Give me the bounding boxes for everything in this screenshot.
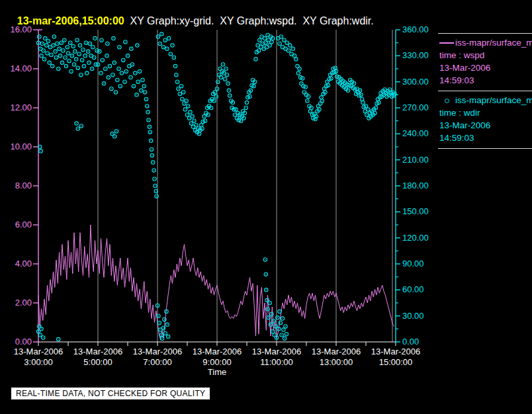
wdir-scatter-point-center — [89, 62, 89, 63]
wdir-scatter-point-center — [291, 54, 292, 54]
wdir-scatter-point-center — [383, 95, 384, 95]
wdir-scatter-point-center — [162, 338, 163, 339]
wdir-scatter-point-center — [121, 73, 122, 73]
wdir-scatter-point-center — [244, 112, 245, 113]
wdir-scatter-point-center — [266, 47, 267, 48]
wdir-scatter-point-center — [357, 92, 358, 93]
wdir-scatter-point-center — [365, 111, 365, 112]
wdir-scatter-point-center — [77, 40, 77, 40]
legend-date: 13-Mar-2006 — [439, 119, 532, 132]
wdir-scatter-point-center — [361, 99, 362, 99]
wdir-scatter-point-center — [210, 107, 211, 108]
wdir-scatter-point-center — [73, 46, 73, 46]
wdir-scatter-point-center — [164, 319, 165, 319]
wdir-scatter-point-center — [175, 65, 175, 66]
wdir-scatter-point-center — [61, 42, 62, 43]
wdir-scatter-point-center — [39, 36, 40, 37]
legend-time: 14:59:03 — [439, 132, 532, 144]
x-tick-time-label: 9:00:00 — [187, 358, 247, 367]
legend-time: 14:59:03 — [439, 74, 532, 87]
wdir-scatter-point-center — [214, 101, 214, 101]
y-left-tick-label: 16.00 — [0, 25, 32, 34]
wdir-scatter-point-center — [193, 126, 193, 127]
wdir-scatter-point-center — [147, 106, 148, 106]
wdir-scatter-point-center — [224, 79, 225, 79]
wdir-scatter-point-center — [114, 62, 114, 63]
wdir-scatter-point-center — [281, 36, 281, 37]
wdir-scatter-point-center — [240, 120, 241, 121]
wdir-scatter-point-center — [268, 40, 269, 40]
wdir-scatter-point-center — [357, 89, 357, 89]
wdir-scatter-point-center — [282, 47, 283, 48]
wdir-scatter-point-center — [64, 40, 65, 40]
wdir-scatter-point-center — [75, 51, 75, 52]
wdir-scatter-point-center — [335, 67, 335, 68]
wdir-scatter-point-center — [81, 126, 81, 126]
wdir-scatter-point-center — [208, 106, 209, 106]
wdir-scatter-point-center — [59, 48, 60, 49]
y-right-tick-label: 180.00 — [402, 181, 429, 190]
x-tick-date-label: 13-Mar-2006 — [9, 347, 68, 356]
wdir-scatter-point-center — [165, 333, 165, 333]
wdir-scatter-point-center — [161, 335, 161, 335]
wdir-scatter-point-center — [351, 81, 352, 82]
wdir-scatter-point-center — [274, 335, 275, 335]
wdir-scatter-point-center — [87, 73, 87, 73]
wdir-scatter-point-center — [179, 93, 180, 94]
wdir-scatter-point-center — [309, 106, 310, 106]
wdir-scatter-point-center — [284, 338, 285, 339]
wdir-scatter-point-center — [365, 106, 366, 106]
wdir-scatter-point-center — [48, 40, 48, 41]
wdir-scatter-point-center — [118, 68, 119, 69]
wdir-scatter-point-center — [216, 89, 217, 89]
wdir-scatter-point-center — [142, 79, 143, 80]
wdir-scatter-point-center — [148, 120, 149, 120]
wdir-scatter-point-center — [319, 109, 320, 110]
wdir-scatter-point-center — [163, 327, 163, 328]
wdir-scatter-point-center — [192, 116, 193, 116]
wdir-scatter-point-center — [278, 38, 279, 38]
legend-source-name: iss-mapr/surface_m — [455, 94, 532, 106]
x-tick-time-label: 15:00:00 — [366, 358, 425, 367]
wdir-scatter-point-center — [91, 56, 91, 56]
wdir-scatter-point-center — [137, 45, 138, 46]
wdir-scatter-point-center — [345, 89, 346, 89]
wdir-scatter-point-center — [60, 56, 60, 56]
wdir-scatter-point-center — [93, 47, 93, 48]
wdir-scatter-point-center — [139, 71, 140, 71]
wdir-scatter-point-center — [259, 40, 260, 40]
wdir-scatter-point-center — [325, 92, 326, 93]
x-tick-date-label: 13-Mar-2006 — [68, 347, 128, 356]
wdir-scatter-point-center — [135, 73, 136, 73]
wdir-scatter-point-center — [71, 71, 71, 71]
wdir-scatter-point-center — [67, 53, 68, 54]
wdir-scatter-point-center — [170, 54, 171, 54]
wdir-scatter-point-center — [268, 317, 269, 318]
wdir-scatter-point-center — [152, 155, 152, 155]
wdir-scatter-point-center — [301, 83, 302, 84]
wdir-scatter-point-center — [159, 43, 160, 44]
wdir-scatter-point-center — [311, 107, 312, 108]
wdir-scatter-point-center — [265, 274, 266, 274]
y-left-tick-label: 8.00 — [0, 181, 32, 190]
wdir-scatter-point-center — [41, 329, 42, 329]
wdir-scatter-point-center — [132, 64, 132, 65]
wdir-scatter-point-center — [109, 65, 110, 66]
wdir-scatter-point-center — [190, 112, 191, 112]
wdir-scatter-point-center — [226, 75, 227, 75]
wdir-scatter-point-center — [272, 38, 273, 38]
x-tick-time-label: 11:00:00 — [247, 358, 306, 367]
wdir-scatter-point-center — [298, 73, 298, 73]
wdir-scatter-point-center — [267, 34, 268, 35]
y-left-tick-label: 6.00 — [0, 220, 32, 229]
y-left-tick-label: 4.00 — [0, 259, 32, 269]
wdir-scatter-point-center — [117, 79, 118, 80]
wdir-scatter-point-center — [270, 36, 271, 37]
legend-panel: iss-mapr/surface_mtime : wspd13-Mar-2006… — [438, 33, 532, 149]
wdir-scatter-point-center — [166, 311, 167, 311]
wdir-scatter-point-center — [267, 309, 268, 310]
wdir-scatter-point-center — [108, 77, 109, 77]
wdir-scatter-point-center — [232, 102, 233, 103]
wdir-scatter-point-center — [107, 43, 108, 44]
wdir-scatter-point-center — [99, 51, 100, 52]
